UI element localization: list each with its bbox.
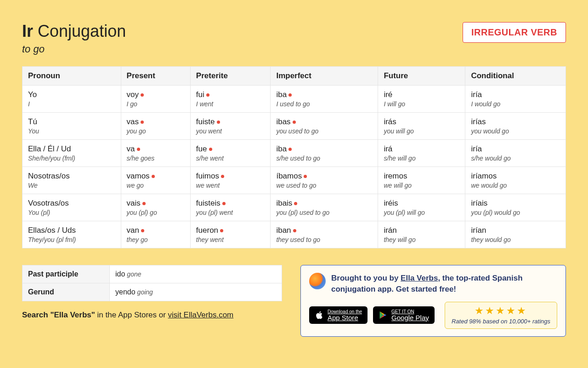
rating-text: Rated 98% based on 10,000+ ratings: [452, 318, 550, 325]
conjugation-cell: irás/he will go: [378, 139, 465, 167]
conjugation-cell: iréI will go: [378, 85, 465, 112]
column-header: Conditional: [465, 66, 566, 85]
column-header: Present: [121, 66, 190, 85]
conjugation-cell: vanthey go: [121, 221, 190, 248]
participle-table: Past participle idogone Gerund yendogoin…: [22, 265, 282, 301]
verb-translation: to go: [22, 43, 126, 55]
table-row: Vosotras/osYou (pl)vaisyou (pl) gofuiste…: [23, 194, 566, 221]
pronoun-cell: Ellas/os / UdsThey/you (pl fml): [23, 221, 121, 248]
irregular-dot-icon: [141, 229, 144, 232]
irregular-dot-icon: [142, 202, 146, 205]
conjugation-cell: ibasyou used to go: [271, 112, 378, 139]
irregular-dot-icon: [141, 121, 144, 124]
conjugation-cell: ibaI used to go: [271, 85, 378, 112]
conjugation-cell: voyI go: [121, 85, 190, 112]
conjugation-cell: irías/he would go: [465, 139, 566, 167]
table-row: TúYouvasyou gofuisteyou wentibasyou used…: [23, 112, 566, 139]
conjugation-cell: iránthey will go: [378, 221, 465, 248]
conjugation-cell: íbamoswe used to go: [271, 167, 378, 194]
pronoun-cell: Nosotras/osWe: [23, 167, 121, 194]
irregular-dot-icon: [141, 93, 144, 97]
conjugation-table: PronounPresentPreteriteImperfectFutureCo…: [22, 66, 566, 248]
visit-site-link[interactable]: visit EllaVerbs.com: [168, 310, 234, 319]
table-row: Nosotras/osWevamoswe gofuimoswe wentíbam…: [23, 167, 566, 194]
irregular-dot-icon: [209, 148, 212, 151]
irregular-badge: IRREGULAR VERB: [463, 22, 566, 43]
promo-text: Brought to you by Ella Verbs, the top-ra…: [331, 273, 557, 295]
conjugation-cell: fues/he went: [190, 139, 271, 167]
column-header: Pronoun: [23, 66, 121, 85]
pronoun-cell: YoI: [23, 85, 121, 112]
irregular-dot-icon: [288, 148, 292, 151]
conjugation-cell: fuiI went: [190, 85, 271, 112]
column-header: Preterite: [190, 66, 271, 85]
irregular-dot-icon: [152, 175, 155, 178]
conjugation-cell: iréisyou (pl) will go: [378, 194, 465, 221]
gerund-value: yendogoing: [110, 283, 282, 301]
conjugation-cell: vamoswe go: [121, 167, 190, 194]
conjugation-cell: iríasyou would go: [465, 112, 566, 139]
google-play-badge[interactable]: GET IT ONGoogle Play: [373, 306, 435, 324]
conjugation-cell: iríamoswe would go: [465, 167, 566, 194]
irregular-dot-icon: [288, 93, 292, 97]
irregular-dot-icon: [206, 93, 209, 97]
pronoun-cell: Vosotras/osYou (pl): [23, 194, 121, 221]
conjugation-cell: fueronthey went: [190, 221, 271, 248]
conjugation-cell: vaisyou (pl) go: [121, 194, 190, 221]
conjugation-cell: ibas/he used to go: [271, 139, 378, 167]
irregular-dot-icon: [222, 202, 226, 205]
page-title: Ir Conjugation: [22, 22, 126, 40]
conjugation-cell: ibaisyou (pl) used to go: [271, 194, 378, 221]
star-icons: ★★★★★: [452, 306, 550, 316]
app-store-badge[interactable]: Download on theApp Store: [309, 306, 368, 324]
gerund-label: Gerund: [23, 283, 110, 301]
conjugation-cell: irásyou will go: [378, 112, 465, 139]
conjugation-cell: vasyou go: [121, 112, 190, 139]
play-icon: [379, 310, 388, 320]
past-participle-value: idogone: [110, 265, 282, 283]
conjugation-cell: fuisteyou went: [190, 112, 271, 139]
table-row: Ellas/os / UdsThey/you (pl fml)vanthey g…: [23, 221, 566, 248]
search-hint: Search "Ella Verbs" in the App Stores or…: [22, 310, 282, 320]
conjugation-cell: ibanthey used to go: [271, 221, 378, 248]
column-header: Imperfect: [271, 66, 378, 85]
conjugation-cell: iremoswe will go: [378, 167, 465, 194]
promo-box: Brought to you by Ella Verbs, the top-ra…: [300, 265, 566, 337]
irregular-dot-icon: [293, 229, 296, 232]
conjugation-cell: iríaisyou (pl) would go: [465, 194, 566, 221]
conjugation-cell: fuimoswe went: [190, 167, 271, 194]
pronoun-cell: TúYou: [23, 112, 121, 139]
table-row: Ella / Él / UdShe/he/you (fml)vas/he goe…: [23, 139, 566, 167]
conjugation-cell: vas/he goes: [121, 139, 190, 167]
ella-verbs-link[interactable]: Ella Verbs: [401, 274, 438, 282]
rating-box: ★★★★★ Rated 98% based on 10,000+ ratings: [445, 302, 557, 329]
irregular-dot-icon: [137, 148, 140, 151]
past-participle-label: Past participle: [23, 265, 110, 283]
column-header: Future: [378, 66, 465, 85]
irregular-dot-icon: [304, 175, 307, 178]
irregular-dot-icon: [293, 121, 296, 124]
table-row: YoIvoyI gofuiI wentibaI used to goiréI w…: [23, 85, 566, 112]
apple-icon: [315, 310, 324, 321]
irregular-dot-icon: [221, 175, 224, 178]
conjugation-cell: fuisteisyou (pl) went: [190, 194, 271, 221]
pronoun-cell: Ella / Él / UdShe/he/you (fml): [23, 139, 121, 167]
irregular-dot-icon: [217, 121, 220, 124]
conjugation-cell: iríaI would go: [465, 85, 566, 112]
irregular-dot-icon: [220, 229, 223, 232]
conjugation-cell: iríanthey would go: [465, 221, 566, 248]
app-icon: [309, 273, 326, 289]
irregular-dot-icon: [294, 202, 297, 205]
